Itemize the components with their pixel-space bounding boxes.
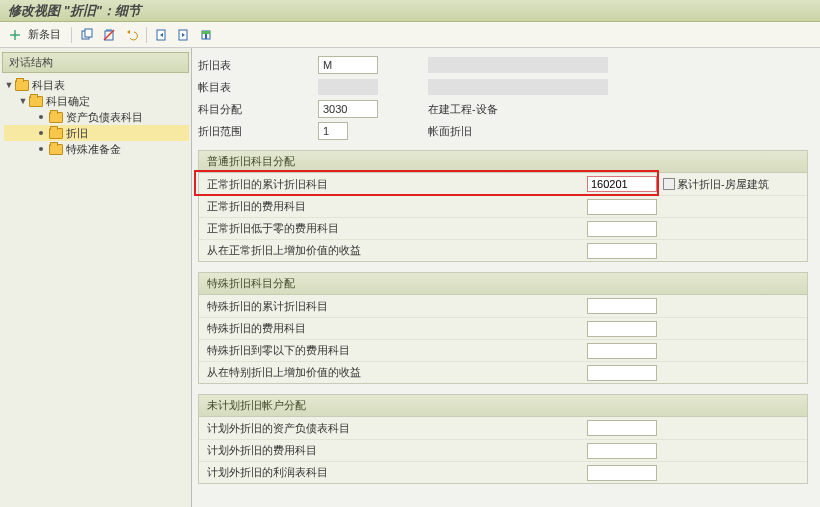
folder-icon (49, 128, 63, 139)
label-depr-range: 折旧范围 (198, 124, 318, 139)
label: 特殊折旧的费用科目 (207, 321, 587, 336)
search-help-icon[interactable] (663, 178, 675, 190)
header-fields: 折旧表 帐目表 科目分配 在建工程-设备 折旧范围 帐面折旧 (198, 54, 820, 142)
export-icon[interactable] (197, 26, 215, 44)
expand-icon[interactable]: ▼ (4, 77, 14, 93)
tree-node-account-determ[interactable]: ▼ 科目确定 (4, 93, 189, 109)
input-depr-range[interactable] (318, 122, 348, 140)
bullet-icon (39, 147, 43, 151)
svg-rect-9 (202, 31, 210, 34)
label: 特殊折旧的累计折旧科目 (207, 299, 587, 314)
label-below-zero: 正常折旧低于零的费用科目 (207, 221, 587, 236)
page-title: 修改视图 "折旧"：细节 (0, 0, 820, 22)
svg-rect-2 (85, 29, 92, 37)
group-title: 特殊折旧科目分配 (199, 273, 807, 295)
label-expense-acc: 正常折旧的费用科目 (207, 199, 587, 214)
group-title: 普通折旧科目分配 (199, 151, 807, 173)
account-alloc-text: 在建工程-设备 (428, 102, 498, 117)
separator (146, 27, 147, 43)
label-revenue-writeup: 从在正常折旧上增加价值的收益 (207, 243, 587, 258)
depr-range-text: 帐面折旧 (428, 124, 472, 139)
input[interactable] (587, 298, 657, 314)
group-unplanned-depr: 未计划折旧帐户分配 计划外折旧的资产负债表科目 计划外折旧的费用科目 计划外折旧… (198, 394, 808, 484)
folder-icon (49, 144, 63, 155)
label-chart-of-acc: 帐目表 (198, 80, 318, 95)
label-depr-table: 折旧表 (198, 58, 318, 73)
label: 特殊折旧到零以下的费用科目 (207, 343, 587, 358)
input-expense-acc[interactable] (587, 199, 657, 215)
input-depr-table[interactable] (318, 56, 378, 74)
prev-icon[interactable] (153, 26, 171, 44)
tree-node-special-reserve[interactable]: 特殊准备金 (4, 141, 189, 157)
label: 计划外折旧的资产负债表科目 (207, 421, 587, 436)
separator (71, 27, 72, 43)
new-entry-button[interactable]: 新条目 (28, 27, 61, 42)
label-accum-depr: 正常折旧的累计折旧科目 (207, 177, 587, 192)
tree-label: 科目表 (32, 77, 65, 93)
input-accum-depr[interactable] (587, 176, 657, 192)
input-below-zero[interactable] (587, 221, 657, 237)
copy-icon[interactable] (78, 26, 96, 44)
input-account-alloc[interactable] (318, 100, 378, 118)
accum-depr-text: 累计折旧-房屋建筑 (677, 177, 769, 192)
next-icon[interactable] (175, 26, 193, 44)
depr-table-text (428, 57, 608, 73)
toggle-icon[interactable] (6, 26, 24, 44)
input-revenue-writeup[interactable] (587, 243, 657, 259)
label: 从在特别折旧上增加价值的收益 (207, 365, 587, 380)
tree-label: 科目确定 (46, 93, 90, 109)
sidebar: 对话结构 ▼ 科目表 ▼ 科目确定 资产负债表科目 折旧 (0, 48, 192, 507)
svg-rect-10 (205, 34, 207, 39)
toolbar: 新条目 (0, 22, 820, 48)
tree-label: 特殊准备金 (66, 141, 121, 157)
undo-icon[interactable] (122, 26, 140, 44)
group-special-depr: 特殊折旧科目分配 特殊折旧的累计折旧科目 特殊折旧的费用科目 特殊折旧到零以下的… (198, 272, 808, 384)
input[interactable] (587, 443, 657, 459)
input[interactable] (587, 420, 657, 436)
input[interactable] (587, 365, 657, 381)
bullet-icon (39, 131, 43, 135)
chart-text (428, 79, 608, 95)
main-area: 折旧表 帐目表 科目分配 在建工程-设备 折旧范围 帐面折旧 普通折旧科目分配 (192, 48, 820, 507)
svg-point-0 (14, 33, 17, 36)
tree-label: 折旧 (66, 125, 88, 141)
tree-label: 资产负债表科目 (66, 109, 143, 125)
tree: ▼ 科目表 ▼ 科目确定 资产负债表科目 折旧 (2, 75, 189, 157)
group-ordinary-depr: 普通折旧科目分配 正常折旧的累计折旧科目 累计折旧-房屋建筑 正常折旧的费用科目… (198, 150, 808, 262)
folder-icon (29, 96, 43, 107)
group-title: 未计划折旧帐户分配 (199, 395, 807, 417)
tree-node-depreciation[interactable]: 折旧 (4, 125, 189, 141)
bullet-icon (39, 115, 43, 119)
delete-icon[interactable] (100, 26, 118, 44)
expand-icon[interactable]: ▼ (18, 93, 28, 109)
label-account-alloc: 科目分配 (198, 102, 318, 117)
label: 计划外折旧的利润表科目 (207, 465, 587, 480)
folder-icon (15, 80, 29, 91)
tree-node-chart-of-depr[interactable]: ▼ 科目表 (4, 77, 189, 93)
input[interactable] (587, 321, 657, 337)
folder-icon (49, 112, 63, 123)
input[interactable] (587, 465, 657, 481)
input[interactable] (587, 343, 657, 359)
label: 计划外折旧的费用科目 (207, 443, 587, 458)
chart-value (318, 79, 378, 95)
trailing: 累计折旧-房屋建筑 (663, 177, 769, 192)
sidebar-title: 对话结构 (2, 52, 189, 73)
tree-node-balance-sheet[interactable]: 资产负债表科目 (4, 109, 189, 125)
